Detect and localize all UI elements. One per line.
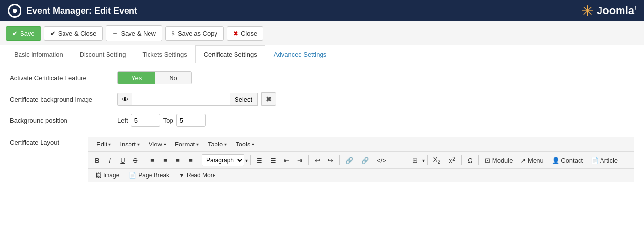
save-icon: ✔: [12, 30, 18, 37]
top-label: Top: [163, 117, 173, 124]
toggle-no-button[interactable]: No: [155, 72, 191, 84]
image-button[interactable]: 🖼 Image: [92, 171, 122, 180]
table-button[interactable]: ⊞: [409, 155, 421, 166]
pagebreak-icon: 📄: [129, 172, 136, 179]
align-justify-button[interactable]: ≡: [185, 155, 196, 166]
underline-button[interactable]: U: [117, 155, 129, 166]
save-new-button[interactable]: ＋ Save & New: [106, 25, 162, 41]
module-label: Module: [492, 157, 513, 164]
menu-insert-label: Insert: [120, 141, 136, 148]
editor-toolbar: B I U S ≡ ≡ ≡ ≡ Paragraph ▾ ☰ ☰ ⇤ ⇥: [88, 152, 634, 169]
content-area: Activate Certificate Feature Yes No Cert…: [0, 63, 644, 249]
image-icon: 🖼: [95, 172, 101, 179]
code-button[interactable]: </>: [373, 155, 389, 166]
outdent-button[interactable]: ⇤: [280, 155, 293, 166]
bold-button[interactable]: B: [91, 155, 103, 166]
app-icon: ⏺: [8, 4, 21, 18]
pagebreak-button[interactable]: 📄 Page Break: [126, 171, 172, 180]
save-button[interactable]: ✔ Save: [6, 26, 41, 41]
close-button[interactable]: ✖ Close: [227, 26, 263, 41]
toolbar-sep-3: [250, 155, 251, 165]
tab-advanced[interactable]: Advanced Settings: [265, 45, 335, 63]
ordered-list-button[interactable]: ☰: [267, 155, 279, 166]
strikethrough-button[interactable]: S: [129, 155, 141, 166]
menu-edit[interactable]: Edit ▾: [92, 139, 115, 149]
menu-view-label: View: [149, 141, 162, 148]
save-new-icon: ＋: [112, 29, 118, 38]
close-label: Close: [241, 30, 257, 37]
menu-extra-button[interactable]: ↗ Menu: [517, 155, 547, 166]
cert-layout-row: Certificate Layout Edit ▾ Insert ▾ View …: [10, 135, 634, 241]
menu-table-label: Table: [208, 141, 223, 148]
contact-icon: 👤: [552, 157, 559, 164]
bg-image-text-input[interactable]: [132, 93, 230, 106]
toolbar-sep-7: [427, 155, 428, 165]
toolbar: ✔ Save ✔ Save & Close ＋ Save & New ⎘ Sav…: [0, 21, 644, 45]
bg-position-group: Left Top: [117, 114, 206, 127]
menu-format-label: Format: [175, 141, 195, 148]
paragraph-caret-icon: ▾: [245, 158, 248, 163]
readmore-label: Read More: [187, 172, 215, 179]
bg-image-control: 👁 Select ✖: [117, 92, 634, 106]
activate-cert-row: Activate Certificate Feature Yes No: [10, 71, 634, 84]
tab-certificate[interactable]: Certificate Settings: [195, 45, 265, 63]
editor-body[interactable]: [88, 182, 634, 241]
align-left-button[interactable]: ≡: [147, 155, 158, 166]
toggle-yes-button[interactable]: Yes: [118, 72, 155, 84]
bg-position-label: Background position: [10, 117, 117, 124]
save-copy-button[interactable]: ⎘ Save as Copy: [165, 26, 224, 41]
menu-view[interactable]: View ▾: [145, 139, 170, 149]
tabs: Basic information Discount Setting Ticke…: [0, 45, 644, 63]
redo-button[interactable]: ↪: [324, 155, 337, 166]
align-center-button[interactable]: ≡: [159, 155, 171, 166]
toolbar-sep-4: [308, 155, 309, 165]
menu-table[interactable]: Table ▾: [204, 139, 231, 149]
contact-button[interactable]: 👤 Contact: [548, 155, 586, 166]
cert-layout-label: Certificate Layout: [10, 135, 88, 146]
link-button[interactable]: 🔗: [342, 155, 357, 166]
align-right-button[interactable]: ≡: [172, 155, 184, 166]
save-close-icon: ✔: [50, 30, 56, 37]
bg-image-row: Certificate background image 👁 Select ✖: [10, 92, 634, 106]
tab-basic[interactable]: Basic information: [6, 45, 71, 63]
toolbar-sep-8: [461, 155, 462, 165]
article-button[interactable]: 📄 Article: [587, 155, 621, 166]
table-caret-btn-icon: ▾: [422, 158, 425, 163]
menu-edit-label: Edit: [96, 141, 107, 148]
menu-insert[interactable]: Insert ▾: [116, 139, 144, 149]
unordered-list-button[interactable]: ☰: [253, 155, 266, 166]
joomla-logo: ✳ Joomla!: [581, 2, 636, 20]
menu-tools-label: Tools: [236, 141, 250, 148]
left-input[interactable]: [131, 114, 160, 127]
module-button[interactable]: ⊡ Module: [481, 155, 516, 166]
table-caret-icon: ▾: [224, 142, 227, 147]
format-caret-icon: ▾: [196, 142, 199, 147]
save-new-label: Save & New: [121, 30, 156, 37]
tab-discount[interactable]: Discount Setting: [71, 45, 134, 63]
bg-image-clear-button[interactable]: ✖: [261, 92, 276, 106]
edit-caret-icon: ▾: [108, 142, 111, 147]
undo-button[interactable]: ↩: [311, 155, 323, 166]
bg-image-label: Certificate background image: [10, 96, 117, 103]
toolbar-sep-6: [392, 155, 392, 165]
indent-button[interactable]: ⇥: [294, 155, 306, 166]
hr-button[interactable]: —: [395, 155, 408, 166]
readmore-button[interactable]: ▼ Read More: [176, 171, 218, 180]
omega-button[interactable]: Ω: [464, 155, 476, 166]
top-input[interactable]: [176, 114, 206, 127]
unlink-button[interactable]: 🔗: [358, 155, 372, 166]
menu-tools[interactable]: Tools ▾: [232, 139, 258, 149]
tab-tickets[interactable]: Tickets Settings: [134, 45, 195, 63]
paragraph-select[interactable]: Paragraph: [202, 154, 244, 166]
toolbar-sep-5: [339, 155, 340, 165]
italic-button[interactable]: I: [104, 155, 116, 166]
eye-icon: 👁: [122, 96, 128, 103]
subscript-button[interactable]: X2: [430, 154, 444, 166]
bg-image-select-button[interactable]: Select: [230, 93, 258, 106]
save-close-button[interactable]: ✔ Save & Close: [44, 26, 103, 41]
editor-bottombar: 🖼 Image 📄 Page Break ▼ Read More: [88, 169, 634, 182]
superscript-button[interactable]: X2: [445, 154, 459, 166]
menu-format[interactable]: Format ▾: [171, 139, 203, 149]
activate-cert-label: Activate Certificate Feature: [10, 74, 117, 82]
bg-image-preview-button[interactable]: 👁: [117, 93, 132, 106]
